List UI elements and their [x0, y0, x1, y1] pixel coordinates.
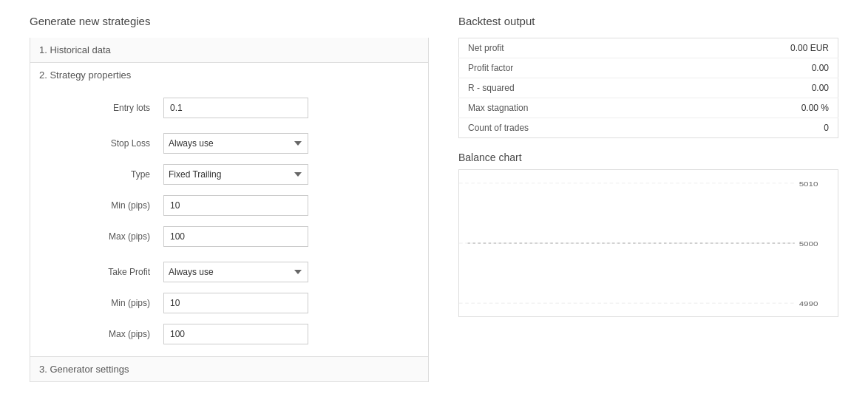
stop-loss-row: Stop Loss Always use Sometimes use Never…: [45, 133, 413, 154]
balance-chart-title: Balance chart: [458, 152, 838, 163]
backtest-label-max-stagnation: Max stagnation: [459, 98, 680, 118]
step3-item[interactable]: 3. Generator settings: [30, 356, 429, 382]
take-profit-row: Take Profit Always use Sometimes use Nev…: [45, 262, 413, 282]
tp-min-pips-label: Min (pips): [45, 298, 163, 308]
balance-chart: 5010 5000 4990: [458, 169, 838, 317]
backtest-row-max-stagnation: Max stagnation 0.00 %: [459, 98, 838, 118]
chart-y-mid: 5000: [799, 239, 818, 248]
sl-max-pips-input[interactable]: [163, 226, 308, 247]
tp-max-pips-label: Max (pips): [45, 329, 163, 339]
backtest-row-profit-factor: Profit factor 0.00: [459, 58, 838, 78]
entry-lots-row: Entry lots: [45, 98, 413, 118]
left-panel: Generate new strategies 1. Historical da…: [30, 15, 429, 382]
sl-max-pips-row: Max (pips): [45, 226, 413, 247]
chart-y-top: 5010: [799, 180, 818, 188]
sl-max-pips-label: Max (pips): [45, 231, 163, 242]
tp-max-pips-row: Max (pips): [45, 324, 413, 344]
type-select[interactable]: Fixed or Trailing Fixed Trailing Fixed T…: [163, 164, 308, 185]
sl-min-pips-input[interactable]: [163, 195, 308, 216]
page-title: Generate new strategies: [30, 15, 429, 27]
backtest-value-profit-factor: 0.00: [679, 58, 838, 78]
step2-item[interactable]: 2. Strategy properties: [30, 63, 429, 87]
strategy-form: Entry lots Stop Loss Always use Sometime…: [30, 87, 429, 356]
backtest-label-r-squared: R - squared: [459, 78, 680, 98]
entry-lots-label: Entry lots: [45, 103, 163, 113]
stop-loss-label: Stop Loss: [45, 138, 163, 149]
chart-svg: 5010 5000 4990: [459, 170, 838, 316]
tp-min-pips-input[interactable]: [163, 293, 308, 313]
backtest-label-profit-factor: Profit factor: [459, 58, 680, 78]
backtest-label-count-trades: Count of trades: [459, 118, 680, 138]
steps-wrapper: 1. Historical data 2. Strategy propertie…: [30, 38, 429, 382]
sl-min-pips-row: Min (pips): [45, 195, 413, 216]
stop-loss-select[interactable]: Always use Sometimes use Never use: [163, 133, 308, 154]
type-row: Type Fixed or Trailing Fixed Trailing Fi…: [45, 164, 413, 185]
backtest-value-net-profit: 0.00 EUR: [679, 38, 838, 58]
backtest-label-net-profit: Net profit: [459, 38, 680, 58]
step1-label: 1. Historical data: [39, 44, 111, 55]
tp-max-pips-input[interactable]: [163, 324, 308, 344]
sl-min-pips-label: Min (pips): [45, 200, 163, 211]
step1-item[interactable]: 1. Historical data: [30, 38, 429, 63]
take-profit-select[interactable]: Always use Sometimes use Never use: [163, 262, 308, 282]
backtest-title: Backtest output: [458, 15, 838, 27]
backtest-value-r-squared: 0.00: [679, 78, 838, 98]
type-label: Type: [45, 169, 163, 180]
backtest-value-max-stagnation: 0.00 %: [679, 98, 838, 118]
chart-y-bot: 4990: [799, 299, 818, 307]
backtest-row-net-profit: Net profit 0.00 EUR: [459, 38, 838, 58]
tp-min-pips-row: Min (pips): [45, 293, 413, 313]
backtest-row-r-squared: R - squared 0.00: [459, 78, 838, 98]
step3-label: 3. Generator settings: [39, 364, 129, 375]
backtest-table: Net profit 0.00 EUR Profit factor 0.00 R…: [458, 38, 838, 138]
entry-lots-input[interactable]: [163, 98, 308, 118]
step2-label: 2. Strategy properties: [39, 69, 131, 81]
take-profit-label: Take Profit: [45, 267, 163, 277]
backtest-row-count-trades: Count of trades 0: [459, 118, 838, 138]
backtest-value-count-trades: 0: [679, 118, 838, 138]
right-panel: Backtest output Net profit 0.00 EUR Prof…: [458, 15, 838, 382]
